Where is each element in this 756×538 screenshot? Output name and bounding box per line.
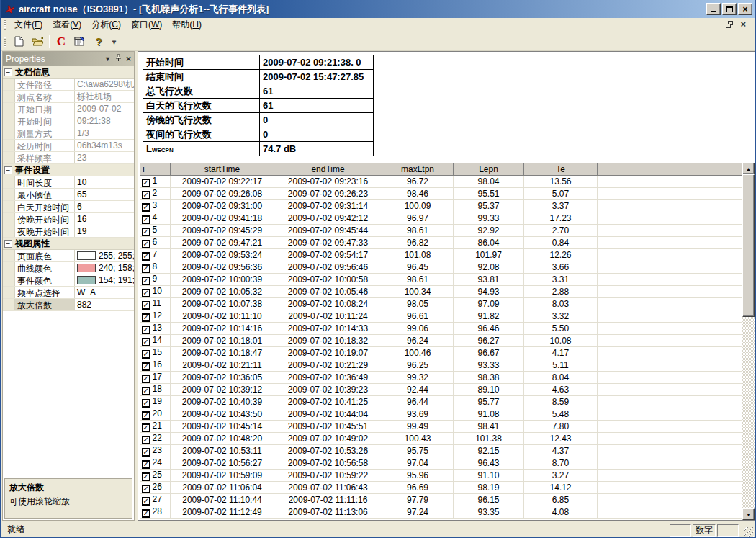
event-row[interactable]: ✓102009-07-02 10:05:322009-07-02 10:05:4… bbox=[140, 286, 742, 298]
panel-menu-arrow-icon[interactable]: ▼ bbox=[104, 55, 111, 63]
property-value[interactable]: 65 bbox=[75, 189, 134, 200]
row-checkbox[interactable]: ✓ bbox=[142, 460, 150, 469]
row-checkbox[interactable]: ✓ bbox=[142, 326, 150, 334]
menu-item[interactable]: 帮助(H) bbox=[167, 17, 207, 32]
property-value[interactable]: 栎社机场 bbox=[75, 91, 134, 102]
row-checkbox[interactable]: ✓ bbox=[142, 313, 150, 322]
row-checkbox[interactable]: ✓ bbox=[142, 289, 150, 297]
column-header-endTime[interactable]: endTime bbox=[274, 163, 382, 176]
collapse-icon[interactable]: − bbox=[4, 240, 12, 248]
color-swatch[interactable] bbox=[77, 276, 96, 284]
event-row[interactable]: ✓192009-07-02 10:40:392009-07-02 10:41:2… bbox=[140, 396, 742, 408]
event-row[interactable]: ✓22009-07-02 09:26:082009-07-02 09:26:23… bbox=[140, 188, 742, 200]
help-button[interactable]: ? bbox=[90, 34, 107, 50]
row-checkbox[interactable]: ✓ bbox=[142, 387, 150, 395]
property-section-header[interactable]: −事件设置 bbox=[3, 164, 134, 176]
property-value[interactable]: 1/3 bbox=[75, 127, 134, 139]
resize-grip-icon[interactable] bbox=[744, 527, 754, 537]
event-row[interactable]: ✓272009-07-02 11:10:442009-07-02 11:11:1… bbox=[140, 494, 742, 506]
scroll-up-button[interactable]: ▲ bbox=[742, 163, 755, 174]
menu-item[interactable]: 分析(C) bbox=[86, 17, 126, 32]
row-checkbox[interactable]: ✓ bbox=[142, 179, 150, 187]
property-value[interactable]: 23 bbox=[75, 152, 134, 163]
property-row[interactable]: 开始时间09:21:38 bbox=[3, 115, 134, 127]
property-value[interactable]: 06h34m13s bbox=[75, 140, 134, 151]
property-row[interactable]: 测点名称栎社机场 bbox=[3, 91, 134, 103]
event-row[interactable]: ✓172009-07-02 10:36:052009-07-02 10:36:4… bbox=[140, 372, 742, 384]
row-checkbox[interactable]: ✓ bbox=[142, 362, 150, 371]
scrollbar-thumb[interactable] bbox=[742, 174, 755, 317]
mdi-restore-button[interactable] bbox=[726, 21, 733, 28]
event-row[interactable]: ✓162009-07-02 10:21:112009-07-02 10:21:2… bbox=[140, 359, 742, 372]
property-row[interactable]: 放大倍数882 bbox=[3, 299, 134, 311]
panel-close-icon[interactable]: × bbox=[126, 54, 131, 64]
column-header-Te[interactable]: Te bbox=[524, 163, 598, 176]
new-file-button[interactable] bbox=[10, 34, 27, 50]
row-checkbox[interactable]: ✓ bbox=[142, 252, 150, 261]
property-row[interactable]: 夜晚开始时间19 bbox=[3, 225, 134, 238]
property-row[interactable]: 最小阈值65 bbox=[3, 189, 134, 201]
event-row[interactable]: ✓92009-07-02 10:00:392009-07-02 10:00:58… bbox=[140, 274, 742, 286]
toolbar-grip[interactable] bbox=[4, 37, 6, 47]
property-value[interactable]: 2009-07-02 bbox=[75, 103, 134, 115]
property-row[interactable]: 页面底色255; 255; 25 bbox=[3, 250, 134, 262]
event-row[interactable]: ✓142009-07-02 10:18:012009-07-02 10:18:3… bbox=[140, 335, 742, 347]
event-row[interactable]: ✓112009-07-02 10:07:382009-07-02 10:08:2… bbox=[140, 298, 742, 310]
row-checkbox[interactable]: ✓ bbox=[142, 277, 150, 285]
row-checkbox[interactable]: ✓ bbox=[142, 191, 150, 199]
property-row[interactable]: 时间长度10 bbox=[3, 176, 134, 189]
open-file-button[interactable] bbox=[29, 34, 46, 50]
minimize-button[interactable] bbox=[706, 3, 721, 15]
event-row[interactable]: ✓122009-07-02 10:11:102009-07-02 10:11:2… bbox=[140, 310, 742, 323]
scroll-down-button[interactable]: ▼ bbox=[742, 508, 755, 520]
property-value[interactable]: C:\awa6298\机场 bbox=[75, 79, 134, 90]
menu-grip[interactable] bbox=[4, 20, 6, 30]
property-section-header[interactable]: −文档信息 bbox=[3, 66, 134, 79]
property-value[interactable]: 154; 191; 18 bbox=[75, 274, 134, 286]
event-row[interactable]: ✓132009-07-02 10:14:162009-07-02 10:14:3… bbox=[140, 323, 742, 335]
event-row[interactable]: ✓32009-07-02 09:31:002009-07-02 09:31:14… bbox=[140, 200, 742, 212]
property-row[interactable]: 经历时间06h34m13s bbox=[3, 140, 134, 152]
event-row[interactable]: ✓12009-07-02 09:22:172009-07-02 09:23:16… bbox=[140, 176, 742, 188]
row-checkbox[interactable]: ✓ bbox=[142, 203, 150, 212]
property-value[interactable]: W_A bbox=[75, 287, 134, 298]
property-value[interactable]: 09:21:38 bbox=[75, 115, 134, 127]
row-checkbox[interactable]: ✓ bbox=[142, 509, 150, 518]
row-checkbox[interactable]: ✓ bbox=[142, 411, 150, 420]
property-section-header[interactable]: −视图属性 bbox=[3, 238, 134, 250]
row-checkbox[interactable]: ✓ bbox=[142, 472, 150, 481]
row-checkbox[interactable]: ✓ bbox=[142, 338, 150, 346]
column-header-maxLtpn[interactable]: maxLtpn bbox=[382, 163, 454, 176]
row-checkbox[interactable]: ✓ bbox=[142, 215, 150, 224]
menu-item[interactable]: 窗口(W) bbox=[126, 17, 167, 32]
property-row[interactable]: 白天开始时间6 bbox=[3, 201, 134, 213]
menu-item[interactable]: 查看(V) bbox=[48, 17, 86, 32]
property-row[interactable]: 开始日期2009-07-02 bbox=[3, 103, 134, 115]
row-checkbox[interactable]: ✓ bbox=[142, 264, 150, 273]
event-row[interactable]: ✓182009-07-02 10:39:122009-07-02 10:39:2… bbox=[140, 384, 742, 396]
event-row[interactable]: ✓232009-07-02 10:53:112009-07-02 10:53:2… bbox=[140, 445, 742, 457]
property-row[interactable]: 测量方式1/3 bbox=[3, 127, 134, 140]
column-header-Lepn[interactable]: Lepn bbox=[454, 163, 524, 176]
row-checkbox[interactable]: ✓ bbox=[142, 497, 150, 506]
event-row[interactable]: ✓42009-07-02 09:41:182009-07-02 09:42:12… bbox=[140, 212, 742, 225]
property-value[interactable]: 255; 255; 25 bbox=[75, 250, 134, 261]
property-value[interactable]: 240; 158; 15 bbox=[75, 262, 134, 274]
property-row[interactable]: 事件颜色154; 191; 18 bbox=[3, 274, 134, 287]
collapse-icon[interactable]: − bbox=[4, 68, 12, 76]
event-row[interactable]: ✓282009-07-02 11:12:492009-07-02 11:13:0… bbox=[140, 506, 742, 519]
column-header-i[interactable]: i bbox=[140, 163, 171, 176]
property-value[interactable]: 19 bbox=[75, 225, 134, 237]
property-row[interactable]: 曲线颜色240; 158; 15 bbox=[3, 262, 134, 274]
property-value[interactable]: 882 bbox=[75, 299, 134, 310]
row-checkbox[interactable]: ✓ bbox=[142, 350, 150, 359]
property-row[interactable]: 傍晚开始时间16 bbox=[3, 213, 134, 225]
event-row[interactable]: ✓242009-07-02 10:56:272009-07-02 10:56:5… bbox=[140, 457, 742, 470]
column-header-startTime[interactable]: startTime bbox=[171, 163, 274, 176]
row-checkbox[interactable]: ✓ bbox=[142, 436, 150, 444]
color-swatch[interactable] bbox=[77, 251, 96, 260]
mdi-close-button[interactable]: × bbox=[740, 20, 746, 28]
collapse-icon[interactable]: − bbox=[4, 166, 12, 174]
event-row[interactable]: ✓82009-07-02 09:56:362009-07-02 09:56:46… bbox=[140, 261, 742, 274]
event-row[interactable]: ✓262009-07-02 11:06:042009-07-02 11:06:4… bbox=[140, 482, 742, 494]
